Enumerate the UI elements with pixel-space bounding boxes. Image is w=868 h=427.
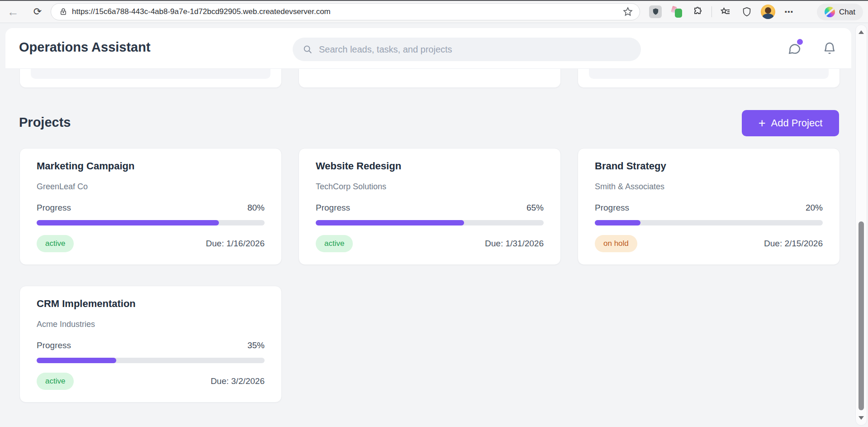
status-badge: active [37,235,74,252]
project-card-crm-implementation: CRM Implementation Acme Industries Progr… [19,286,282,403]
partial-card-inner-panel [589,69,829,79]
extension-shield-bg [649,5,662,18]
search-input[interactable] [319,44,631,55]
project-name: Website Redesign [316,160,401,172]
project-client: GreenLeaf Co [37,182,88,192]
settings-more-icon[interactable]: ⋯ [782,4,797,19]
app-header: Operations Assistant [5,28,851,69]
browser-toolbar: ← ⟳ https://15c6a788-443c-4ab8-9a7e-1d72… [0,0,868,23]
progress-bar-fill [316,220,464,225]
progress-row: Progress 20% [595,203,823,213]
url-text: https://15c6a788-443c-4ab8-9a7e-1d72bcd9… [72,7,618,16]
due-date: Due: 3/2/2026 [211,376,265,386]
notifications-bell-button[interactable] [820,39,839,58]
scroll-down-arrow[interactable] [859,416,864,420]
progress-bar-fill [595,220,640,225]
browser-back-button[interactable]: ← [5,4,22,20]
copilot-logo-icon [825,7,835,17]
project-client: TechCorp Solutions [316,182,386,192]
partial-card-2 [299,69,561,88]
search-bar[interactable] [293,38,641,61]
progress-label: Progress [316,203,350,213]
card-footer: active Due: 1/16/2026 [37,235,265,253]
project-name: CRM Implementation [37,298,136,310]
add-project-button[interactable]: + Add Project [742,110,839,136]
card-footer: active Due: 3/2/2026 [37,372,265,390]
progress-label: Progress [37,341,71,350]
vertical-scrollbar[interactable] [855,24,867,426]
profile-avatar[interactable] [760,4,776,19]
progress-percent: 35% [247,341,265,350]
messages-button[interactable] [785,39,804,58]
status-badge: active [37,373,74,390]
notification-dot [797,39,803,45]
collections-icon[interactable] [718,4,733,19]
status-badge: active [316,235,353,252]
progress-bar-track [595,220,823,225]
progress-bar-track [37,220,265,225]
progress-row: Progress 80% [37,203,265,213]
card-footer: active Due: 1/31/2026 [316,235,544,253]
extension-shield-icon[interactable] [648,4,663,19]
scroll-up-arrow[interactable] [859,30,864,34]
plus-icon: + [759,117,766,130]
extension-green-glyph [671,6,683,18]
toolbar-divider [711,6,712,17]
progress-row: Progress 35% [37,341,265,350]
status-badge: on hold [595,235,637,252]
progress-percent: 20% [806,203,823,213]
search-icon [303,44,313,54]
projects-section-title: Projects [19,115,71,130]
project-name: Marketing Campaign [37,160,134,172]
progress-bar-track [316,220,544,225]
project-card-marketing-campaign: Marketing Campaign GreenLeaf Co Progress… [19,148,282,265]
card-footer: on hold Due: 2/15/2026 [595,235,823,253]
browser-action-icons: ⋯ [648,0,797,23]
scrollbar-thumb[interactable] [859,221,864,410]
partial-card-inner-panel [31,69,270,79]
due-date: Due: 1/31/2026 [485,239,544,249]
project-client: Acme Industries [37,320,95,329]
project-card-brand-strategy: Brand Strategy Smith & Associates Progre… [578,148,840,265]
page-title: Operations Assistant [19,40,151,55]
browser-essentials-shield-icon[interactable] [739,4,754,19]
lock-icon [59,8,67,16]
progress-percent: 65% [526,203,544,213]
due-date: Due: 2/15/2026 [764,239,823,249]
address-bar[interactable]: https://15c6a788-443c-4ab8-9a7e-1d72bcd9… [51,3,640,20]
progress-bar-fill [37,220,219,225]
due-date: Due: 1/16/2026 [206,239,265,249]
avatar-image [761,5,775,19]
extension-green-icon[interactable] [669,4,684,19]
copilot-chat-label: Chat [839,8,855,17]
browser-refresh-button[interactable]: ⟳ [29,4,46,20]
extensions-puzzle-icon[interactable] [690,4,706,19]
project-name: Brand Strategy [595,160,666,172]
bookmark-star-icon[interactable] [622,6,633,17]
progress-percent: 80% [247,203,265,213]
partial-card-3 [578,69,840,88]
project-client: Smith & Associates [595,182,664,192]
progress-bar-track [37,358,265,363]
copilot-chat-button[interactable]: Chat [817,4,863,20]
progress-bar-fill [37,358,116,363]
progress-label: Progress [595,203,629,213]
project-card-website-redesign: Website Redesign TechCorp Solutions Prog… [299,148,561,265]
partial-card-1 [19,69,282,88]
progress-label: Progress [37,203,71,213]
screen: ← ⟳ https://15c6a788-443c-4ab8-9a7e-1d72… [0,0,868,427]
progress-row: Progress 65% [316,203,544,213]
